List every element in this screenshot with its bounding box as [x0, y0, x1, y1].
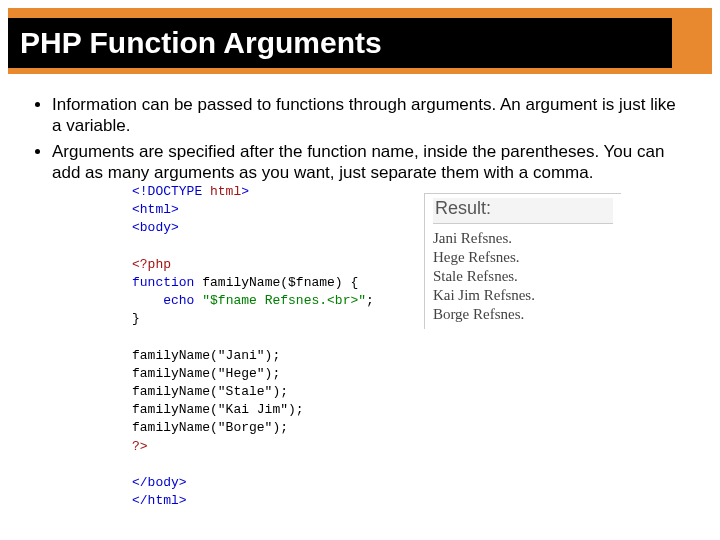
- code-token: ;: [366, 293, 374, 308]
- code-token: <!DOCTYPE: [132, 184, 202, 199]
- result-line: Stale Refsnes.: [433, 268, 613, 285]
- code-token: <body>: [132, 220, 179, 235]
- bullet-list: Information can be passed to functions t…: [32, 94, 688, 183]
- slide-title: PHP Function Arguments: [8, 18, 672, 68]
- code-token: html: [202, 184, 241, 199]
- code-token: familyName("Borge");: [132, 420, 288, 435]
- code-token: <html>: [132, 202, 179, 217]
- result-line: Kai Jim Refsnes.: [433, 287, 613, 304]
- code-block: <!DOCTYPE html> <html> <body> <?php func…: [132, 183, 374, 510]
- code-token: familyName("Hege");: [132, 366, 280, 381]
- code-token: </body>: [132, 475, 187, 490]
- result-line: Jani Refsnes.: [433, 230, 613, 247]
- title-bar: PHP Function Arguments: [8, 8, 712, 74]
- code-token: function: [132, 275, 194, 290]
- code-result-row: <!DOCTYPE html> <html> <body> <?php func…: [132, 183, 688, 510]
- content-area: Information can be passed to functions t…: [0, 74, 720, 510]
- code-token: >: [241, 184, 249, 199]
- code-token: </html>: [132, 493, 187, 508]
- code-token: familyName("Jani");: [132, 348, 280, 363]
- code-token: ?>: [132, 439, 148, 454]
- result-line: Hege Refsnes.: [433, 249, 613, 266]
- code-token: }: [132, 311, 140, 326]
- code-token: familyName("Stale");: [132, 384, 288, 399]
- bullet-item: Arguments are specified after the functi…: [52, 141, 688, 184]
- code-token: "$fname Refsnes.<br>": [194, 293, 366, 308]
- code-token: <?php: [132, 257, 171, 272]
- code-token: familyName($fname) {: [194, 275, 358, 290]
- bullet-item: Information can be passed to functions t…: [52, 94, 688, 137]
- result-line: Borge Refsnes.: [433, 306, 613, 323]
- code-token: echo: [163, 293, 194, 308]
- code-token: familyName("Kai Jim");: [132, 402, 304, 417]
- result-box: Result: Jani Refsnes. Hege Refsnes. Stal…: [424, 193, 621, 329]
- result-label: Result:: [433, 198, 613, 224]
